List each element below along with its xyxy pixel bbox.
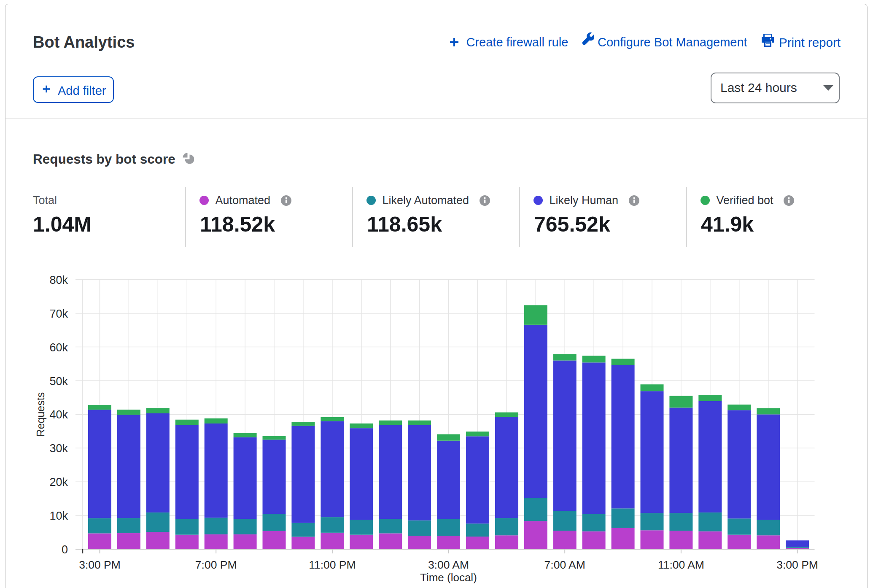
svg-text:7:00 PM: 7:00 PM (195, 558, 237, 571)
svg-text:80k: 80k (49, 274, 68, 286)
svg-text:10k: 10k (49, 510, 68, 522)
svg-text:3:00 PM: 3:00 PM (79, 558, 121, 571)
svg-text:50k: 50k (49, 375, 68, 388)
svg-text:20k: 20k (49, 476, 68, 488)
svg-text:3:00 AM: 3:00 AM (428, 558, 469, 571)
svg-text:0: 0 (62, 543, 68, 556)
svg-text:70k: 70k (49, 307, 68, 320)
svg-text:30k: 30k (49, 442, 68, 455)
svg-text:11:00 PM: 11:00 PM (309, 558, 356, 571)
svg-text:7:00 AM: 7:00 AM (544, 558, 585, 571)
svg-text:11:00 AM: 11:00 AM (658, 558, 704, 571)
svg-text:3:00 PM: 3:00 PM (776, 558, 818, 571)
svg-text:40k: 40k (49, 408, 68, 421)
svg-text:Time (local): Time (local) (420, 571, 477, 584)
svg-text:Requests: Requests (35, 392, 47, 437)
svg-text:60k: 60k (49, 341, 68, 354)
